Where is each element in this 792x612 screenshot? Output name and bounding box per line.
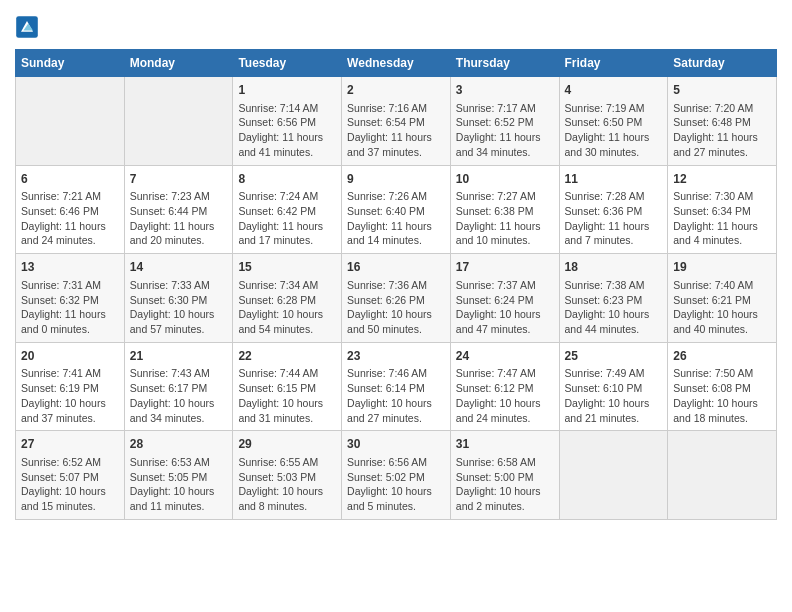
day-info: Sunrise: 7:19 AM Sunset: 6:50 PM Dayligh… [565,101,663,160]
day-number: 3 [456,82,554,99]
calendar-cell: 26Sunrise: 7:50 AM Sunset: 6:08 PM Dayli… [668,342,777,431]
day-number: 10 [456,171,554,188]
calendar-cell: 6Sunrise: 7:21 AM Sunset: 6:46 PM Daylig… [16,165,125,254]
day-info: Sunrise: 7:49 AM Sunset: 6:10 PM Dayligh… [565,366,663,425]
calendar-table: SundayMondayTuesdayWednesdayThursdayFrid… [15,49,777,520]
calendar-cell: 9Sunrise: 7:26 AM Sunset: 6:40 PM Daylig… [342,165,451,254]
calendar-cell: 30Sunrise: 6:56 AM Sunset: 5:02 PM Dayli… [342,431,451,520]
day-header-thursday: Thursday [450,50,559,77]
day-info: Sunrise: 7:44 AM Sunset: 6:15 PM Dayligh… [238,366,336,425]
day-header-monday: Monday [124,50,233,77]
day-number: 22 [238,348,336,365]
calendar-cell: 8Sunrise: 7:24 AM Sunset: 6:42 PM Daylig… [233,165,342,254]
calendar-cell: 20Sunrise: 7:41 AM Sunset: 6:19 PM Dayli… [16,342,125,431]
day-info: Sunrise: 7:38 AM Sunset: 6:23 PM Dayligh… [565,278,663,337]
day-number: 13 [21,259,119,276]
calendar-cell: 29Sunrise: 6:55 AM Sunset: 5:03 PM Dayli… [233,431,342,520]
day-info: Sunrise: 7:50 AM Sunset: 6:08 PM Dayligh… [673,366,771,425]
day-number: 26 [673,348,771,365]
day-header-friday: Friday [559,50,668,77]
calendar-cell: 24Sunrise: 7:47 AM Sunset: 6:12 PM Dayli… [450,342,559,431]
day-number: 23 [347,348,445,365]
calendar-cell [124,77,233,166]
calendar-cell: 22Sunrise: 7:44 AM Sunset: 6:15 PM Dayli… [233,342,342,431]
week-row-3: 13Sunrise: 7:31 AM Sunset: 6:32 PM Dayli… [16,254,777,343]
calendar-cell: 14Sunrise: 7:33 AM Sunset: 6:30 PM Dayli… [124,254,233,343]
calendar-cell: 12Sunrise: 7:30 AM Sunset: 6:34 PM Dayli… [668,165,777,254]
day-number: 5 [673,82,771,99]
day-info: Sunrise: 7:23 AM Sunset: 6:44 PM Dayligh… [130,189,228,248]
day-number: 27 [21,436,119,453]
calendar-cell: 19Sunrise: 7:40 AM Sunset: 6:21 PM Dayli… [668,254,777,343]
day-number: 24 [456,348,554,365]
calendar-cell: 15Sunrise: 7:34 AM Sunset: 6:28 PM Dayli… [233,254,342,343]
day-number: 18 [565,259,663,276]
day-header-tuesday: Tuesday [233,50,342,77]
day-number: 31 [456,436,554,453]
calendar-cell: 13Sunrise: 7:31 AM Sunset: 6:32 PM Dayli… [16,254,125,343]
day-info: Sunrise: 7:24 AM Sunset: 6:42 PM Dayligh… [238,189,336,248]
calendar-cell: 11Sunrise: 7:28 AM Sunset: 6:36 PM Dayli… [559,165,668,254]
calendar-cell: 16Sunrise: 7:36 AM Sunset: 6:26 PM Dayli… [342,254,451,343]
day-info: Sunrise: 7:47 AM Sunset: 6:12 PM Dayligh… [456,366,554,425]
calendar-cell: 31Sunrise: 6:58 AM Sunset: 5:00 PM Dayli… [450,431,559,520]
calendar-cell: 17Sunrise: 7:37 AM Sunset: 6:24 PM Dayli… [450,254,559,343]
week-row-4: 20Sunrise: 7:41 AM Sunset: 6:19 PM Dayli… [16,342,777,431]
day-number: 17 [456,259,554,276]
day-info: Sunrise: 7:16 AM Sunset: 6:54 PM Dayligh… [347,101,445,160]
day-info: Sunrise: 7:28 AM Sunset: 6:36 PM Dayligh… [565,189,663,248]
calendar-cell: 27Sunrise: 6:52 AM Sunset: 5:07 PM Dayli… [16,431,125,520]
calendar-header-row: SundayMondayTuesdayWednesdayThursdayFrid… [16,50,777,77]
calendar-cell: 23Sunrise: 7:46 AM Sunset: 6:14 PM Dayli… [342,342,451,431]
day-info: Sunrise: 7:27 AM Sunset: 6:38 PM Dayligh… [456,189,554,248]
day-info: Sunrise: 7:17 AM Sunset: 6:52 PM Dayligh… [456,101,554,160]
page-header [15,15,777,39]
day-header-wednesday: Wednesday [342,50,451,77]
day-info: Sunrise: 6:55 AM Sunset: 5:03 PM Dayligh… [238,455,336,514]
day-info: Sunrise: 7:21 AM Sunset: 6:46 PM Dayligh… [21,189,119,248]
day-info: Sunrise: 7:31 AM Sunset: 6:32 PM Dayligh… [21,278,119,337]
day-number: 14 [130,259,228,276]
week-row-2: 6Sunrise: 7:21 AM Sunset: 6:46 PM Daylig… [16,165,777,254]
day-info: Sunrise: 6:58 AM Sunset: 5:00 PM Dayligh… [456,455,554,514]
day-header-saturday: Saturday [668,50,777,77]
day-number: 25 [565,348,663,365]
day-info: Sunrise: 7:26 AM Sunset: 6:40 PM Dayligh… [347,189,445,248]
day-number: 4 [565,82,663,99]
day-number: 28 [130,436,228,453]
day-number: 20 [21,348,119,365]
calendar-cell: 28Sunrise: 6:53 AM Sunset: 5:05 PM Dayli… [124,431,233,520]
logo-icon [15,15,39,39]
calendar-cell: 7Sunrise: 7:23 AM Sunset: 6:44 PM Daylig… [124,165,233,254]
calendar-cell: 5Sunrise: 7:20 AM Sunset: 6:48 PM Daylig… [668,77,777,166]
day-number: 29 [238,436,336,453]
week-row-1: 1Sunrise: 7:14 AM Sunset: 6:56 PM Daylig… [16,77,777,166]
day-number: 11 [565,171,663,188]
day-number: 30 [347,436,445,453]
day-number: 1 [238,82,336,99]
calendar-cell: 4Sunrise: 7:19 AM Sunset: 6:50 PM Daylig… [559,77,668,166]
day-number: 8 [238,171,336,188]
calendar-cell: 3Sunrise: 7:17 AM Sunset: 6:52 PM Daylig… [450,77,559,166]
day-header-sunday: Sunday [16,50,125,77]
page-container: SundayMondayTuesdayWednesdayThursdayFrid… [0,0,792,530]
calendar-cell: 2Sunrise: 7:16 AM Sunset: 6:54 PM Daylig… [342,77,451,166]
day-info: Sunrise: 7:37 AM Sunset: 6:24 PM Dayligh… [456,278,554,337]
day-info: Sunrise: 7:33 AM Sunset: 6:30 PM Dayligh… [130,278,228,337]
calendar-cell [559,431,668,520]
day-number: 2 [347,82,445,99]
day-number: 15 [238,259,336,276]
day-number: 12 [673,171,771,188]
day-number: 19 [673,259,771,276]
day-info: Sunrise: 7:43 AM Sunset: 6:17 PM Dayligh… [130,366,228,425]
day-number: 7 [130,171,228,188]
day-info: Sunrise: 7:46 AM Sunset: 6:14 PM Dayligh… [347,366,445,425]
day-number: 21 [130,348,228,365]
day-info: Sunrise: 6:53 AM Sunset: 5:05 PM Dayligh… [130,455,228,514]
day-number: 6 [21,171,119,188]
day-info: Sunrise: 7:34 AM Sunset: 6:28 PM Dayligh… [238,278,336,337]
day-info: Sunrise: 7:36 AM Sunset: 6:26 PM Dayligh… [347,278,445,337]
calendar-cell: 25Sunrise: 7:49 AM Sunset: 6:10 PM Dayli… [559,342,668,431]
day-info: Sunrise: 6:52 AM Sunset: 5:07 PM Dayligh… [21,455,119,514]
calendar-cell [668,431,777,520]
